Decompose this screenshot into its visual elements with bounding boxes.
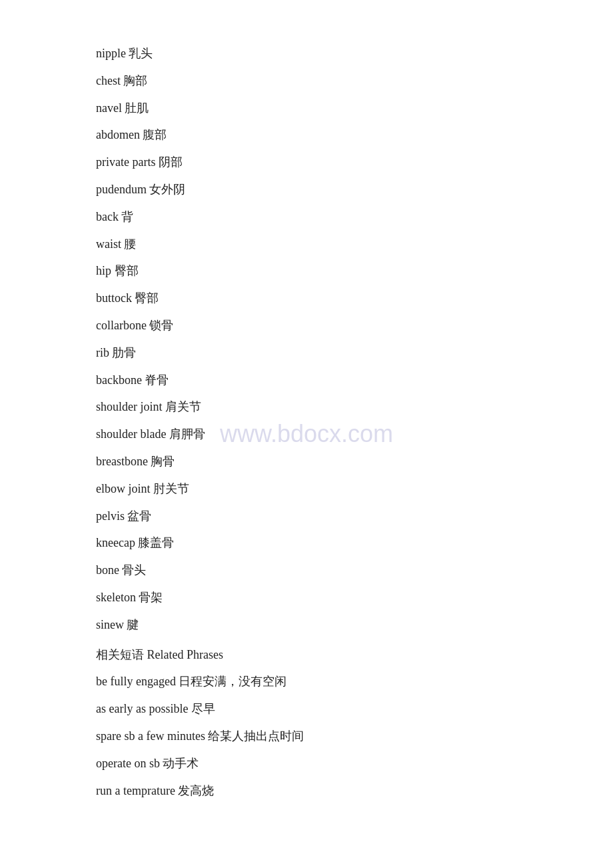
vocab-item: elbow joint 肘关节 (96, 475, 517, 503)
phrase-item: operate on sb 动手术 (96, 750, 517, 777)
vocab-item: buttock 臀部 (96, 285, 517, 312)
phrase-item: be fully engaged 日程安满，没有空闲 (96, 668, 517, 695)
vocab-item: shoulder joint 肩关节 (96, 393, 517, 421)
vocab-list: nipple 乳头chest 胸部navel 肚肌abdomen 腹部priva… (96, 40, 517, 804)
vocab-item: shoulder blade 肩胛骨 (96, 421, 517, 448)
vocab-item: back 背 (96, 203, 517, 231)
phrase-item: as early as possible 尽早 (96, 695, 517, 723)
vocab-item: bone 骨头 (96, 557, 517, 584)
vocab-item: hip 臀部 (96, 257, 517, 285)
vocab-item: nipple 乳头 (96, 40, 517, 67)
vocab-item: rib 肋骨 (96, 339, 517, 367)
vocab-item: breastbone 胸骨 (96, 448, 517, 475)
vocab-item: collarbone 锁骨 (96, 312, 517, 339)
vocab-item: pudendum 女外阴 (96, 176, 517, 203)
vocab-item: pelvis 盆骨 (96, 503, 517, 530)
phrase-item: run a temprature 发高烧 (96, 777, 517, 805)
phrase-item: spare sb a few minutes 给某人抽出点时间 (96, 723, 517, 750)
vocab-item: waist 腰 (96, 231, 517, 258)
vocab-item: navel 肚肌 (96, 95, 517, 122)
vocab-item: private parts 阴部 (96, 149, 517, 176)
section-header: 相关短语 Related Phrases (96, 639, 517, 669)
vocab-item: chest 胸部 (96, 67, 517, 95)
vocab-item: abdomen 腹部 (96, 121, 517, 149)
vocab-item: sinew 腱 (96, 611, 517, 639)
vocab-item: kneecap 膝盖骨 (96, 529, 517, 557)
vocab-item: backbone 脊骨 (96, 367, 517, 394)
vocab-item: skeleton 骨架 (96, 584, 517, 611)
